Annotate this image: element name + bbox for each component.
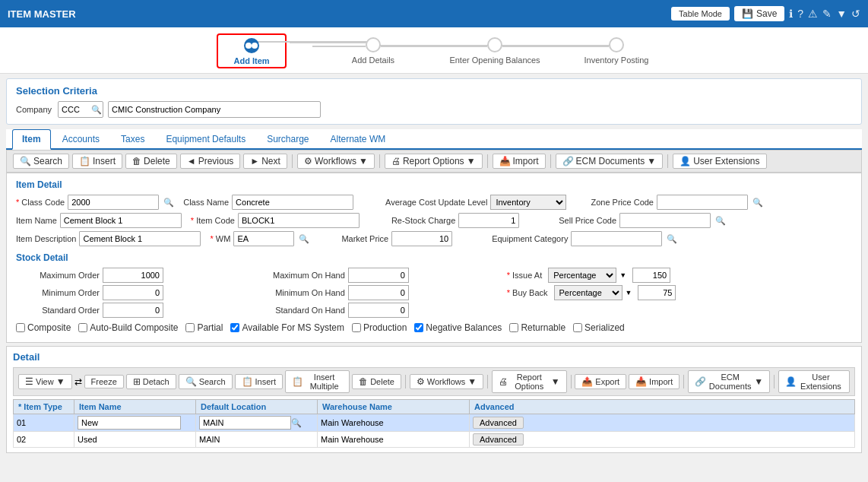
refresh-icon[interactable]: ↺ — [851, 8, 860, 20]
wizard-step-add-item[interactable]: Add Item — [191, 33, 312, 68]
item-name-input[interactable] — [60, 213, 182, 228]
wizard-step-opening[interactable]: Enter Opening Balances — [434, 37, 556, 65]
tab-accounts[interactable]: Accounts — [52, 129, 109, 148]
alert-icon[interactable]: ⚠ — [808, 8, 818, 20]
restock-input[interactable] — [458, 213, 519, 228]
tab-taxes[interactable]: Taxes — [111, 129, 154, 148]
issue-at-select[interactable]: Percentage — [548, 268, 616, 283]
save-button[interactable]: 💾 Save — [734, 6, 784, 21]
item-name-input-1[interactable] — [78, 416, 181, 430]
next-icon: ► — [250, 156, 259, 166]
detail-insert-btn[interactable]: 📋 Insert — [235, 374, 284, 389]
item-code-input[interactable] — [238, 213, 360, 228]
advanced-btn-2[interactable]: Advanced — [473, 433, 524, 446]
default-loc-search-1[interactable]: 🔍 — [291, 418, 302, 428]
max-onhand-input[interactable] — [348, 268, 409, 283]
detail-detach-btn[interactable]: ⊞ Detach — [126, 374, 176, 389]
std-order-input[interactable] — [103, 303, 163, 318]
delete-button[interactable]: 🗑Delete — [125, 154, 177, 169]
detail-freeze-btn[interactable]: Freeze — [84, 375, 124, 388]
cell-item-type-1: 01 — [14, 414, 74, 432]
detail-import-btn[interactable]: 📥 Import — [629, 374, 680, 389]
market-price-input[interactable] — [391, 231, 452, 246]
issue-at-value[interactable] — [632, 268, 670, 283]
class-code-input[interactable] — [68, 195, 159, 210]
std-onhand-input[interactable] — [348, 303, 409, 318]
workflows-button[interactable]: ⚙Workflows▼ — [297, 154, 375, 169]
equip-cat-input[interactable] — [571, 231, 662, 246]
col-advanced: Advanced — [470, 400, 855, 414]
detail-report-btn[interactable]: 🖨 Report Options ▼ — [492, 370, 567, 393]
detail-delete-btn[interactable]: 🗑 Delete — [352, 374, 401, 389]
available-ms-checkbox[interactable] — [230, 323, 239, 332]
insert-button[interactable]: 📋Insert — [72, 154, 122, 169]
selection-criteria-title: Selection Criteria — [16, 85, 852, 97]
table-mode-button[interactable]: Table Mode — [671, 7, 730, 21]
edit-icon[interactable]: ✎ — [822, 8, 832, 20]
wizard-step-inventory[interactable]: Inventory Posting — [556, 37, 677, 65]
report-options-button[interactable]: 🖨Report Options▼ — [385, 154, 483, 169]
cell-item-type-2: 02 — [14, 432, 74, 448]
table-row[interactable]: 01 🔍 Main Warehouse Advanced — [14, 414, 855, 432]
available-ms-label: Available For MS System — [242, 322, 344, 333]
import-icon: 📥 — [499, 156, 511, 166]
serialized-checkbox[interactable] — [573, 323, 582, 332]
partial-checkbox[interactable] — [185, 323, 195, 332]
detail-insert-multiple-btn[interactable]: 📋 Insert Multiple — [285, 370, 350, 393]
det-sep-4 — [683, 375, 684, 388]
returnable-checkbox[interactable] — [509, 323, 518, 332]
detail-table: * Item Type Item Name Default Location W… — [13, 399, 855, 448]
wizard-step-add-details[interactable]: Add Details — [312, 37, 434, 65]
company-name-input[interactable] — [108, 101, 321, 118]
next-button[interactable]: ►Next — [243, 154, 287, 169]
advanced-btn-1[interactable]: Advanced — [473, 417, 524, 429]
tab-item[interactable]: Item — [12, 129, 51, 150]
table-row[interactable]: 02 Used MAIN Main Warehouse Advanced — [14, 432, 855, 448]
min-order-input[interactable] — [103, 285, 163, 300]
max-order-input[interactable] — [103, 268, 163, 283]
ecm-button[interactable]: 🔗ECM Documents▼ — [556, 154, 664, 169]
wm-input[interactable] — [233, 231, 294, 246]
help-icon[interactable]: ? — [797, 8, 803, 20]
std-order-label: Standard Order — [16, 306, 100, 315]
info-icon[interactable]: ℹ — [789, 8, 793, 20]
sell-price-input[interactable] — [619, 213, 711, 228]
min-onhand-input[interactable] — [348, 285, 409, 300]
detail-ecm-btn[interactable]: 🔗 ECM Documents ▼ — [688, 370, 770, 393]
import-button[interactable]: 📥Import — [493, 154, 546, 169]
equip-cat-search-icon[interactable]: 🔍 — [667, 234, 677, 244]
buy-back-select[interactable]: Percentage — [554, 285, 622, 300]
tab-alternate-wm[interactable]: Alternate WM — [321, 129, 396, 148]
item-desc-field: Item Description — [16, 231, 201, 246]
min-order-label: Minimum Order — [16, 288, 100, 297]
wm-search-icon[interactable]: 🔍 — [299, 234, 309, 244]
zone-price-search-icon[interactable]: 🔍 — [752, 198, 763, 208]
item-desc-input[interactable] — [79, 231, 201, 246]
tab-equipment-defaults[interactable]: Equipment Defaults — [156, 129, 255, 148]
zone-price-input[interactable] — [657, 195, 748, 210]
production-checkbox[interactable] — [352, 323, 361, 332]
detail-export-btn[interactable]: 📤 Export — [575, 374, 626, 389]
item-detail-title: Item Detail — [16, 179, 852, 190]
detail-view-btn[interactable]: ☰ View ▼ — [18, 374, 72, 389]
company-search-icon[interactable]: 🔍 — [91, 105, 102, 115]
sell-price-search-icon[interactable]: 🔍 — [715, 216, 726, 226]
avg-cost-select[interactable]: Inventory — [490, 195, 566, 210]
user-ext-button[interactable]: 👤User Extensions — [673, 154, 766, 169]
workflows-arrow: ▼ — [359, 156, 368, 166]
composite-checkbox[interactable] — [16, 323, 25, 332]
previous-button[interactable]: ◄Previous — [180, 154, 241, 169]
class-name-input[interactable] — [232, 195, 353, 210]
toolbar-sep-2 — [379, 154, 380, 168]
detail-user-ext-btn[interactable]: 👤 User Extensions — [778, 370, 850, 393]
buy-back-value[interactable] — [638, 285, 676, 300]
search-button[interactable]: 🔍Search — [13, 154, 69, 169]
default-loc-input-1[interactable] — [199, 416, 291, 430]
auto-build-checkbox[interactable] — [78, 323, 87, 332]
negative-balances-checkbox[interactable] — [414, 323, 423, 332]
class-code-search-icon[interactable]: 🔍 — [163, 198, 174, 208]
detail-workflows-btn[interactable]: ⚙ Workflows ▼ — [410, 374, 483, 389]
tab-surcharge[interactable]: Surcharge — [257, 129, 318, 148]
dropdown-icon[interactable]: ▼ — [836, 8, 847, 20]
detail-search-btn[interactable]: 🔍 Search — [179, 374, 233, 389]
